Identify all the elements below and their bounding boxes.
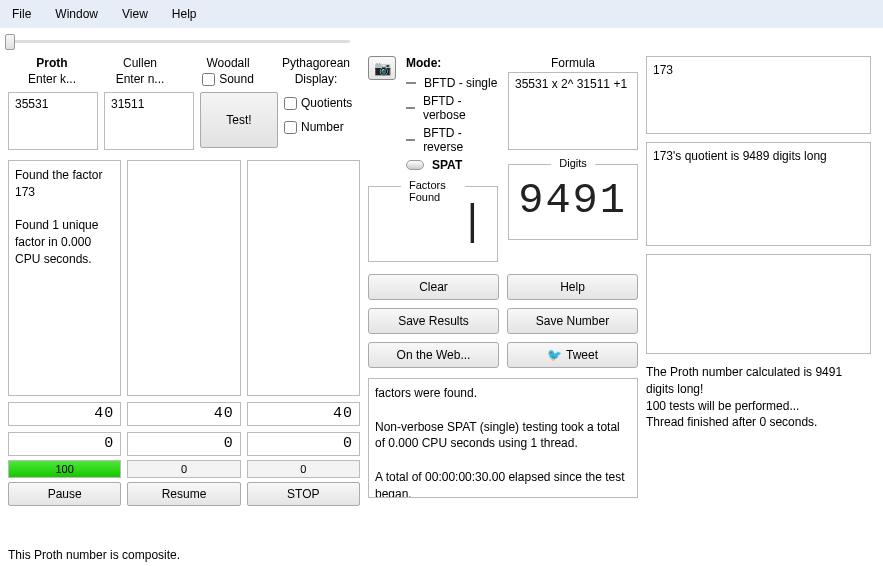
digits-frame: Digits 9491 [508,164,638,240]
spat-knob-icon[interactable] [406,160,424,170]
progress-3: 0 [247,460,360,478]
sound-label: Sound [219,72,254,86]
formula-label: Formula [508,56,638,70]
summary-text: The Proth number calculated is 9491 digi… [646,364,871,431]
progress-2: 0 [127,460,240,478]
menu-help[interactable]: Help [160,3,209,25]
tweet-label: Tweet [566,348,598,362]
progress-1: 100 [8,460,121,478]
menu-file[interactable]: File [0,3,43,25]
zero-3: 0 [247,432,360,456]
main-log[interactable]: factors were found. Non-verbose SPAT (si… [368,378,638,498]
stop-button[interactable]: STOP [247,482,360,506]
menu-window[interactable]: Window [43,3,110,25]
sound-checkbox[interactable] [202,73,215,86]
zero-1: 0 [8,432,121,456]
number-checkbox[interactable] [284,121,297,134]
number-label: Number [301,120,344,134]
factors-found-display: | [375,199,491,255]
label-enter-k: Enter k... [8,72,96,86]
factors-found-label: Factors Found [401,179,465,203]
right-blank-box [646,254,871,354]
menu-view[interactable]: View [110,3,160,25]
label-display: Display: [272,72,360,86]
col-woodall: Woodall [184,56,272,70]
pause-button[interactable]: Pause [8,482,121,506]
help-button[interactable]: Help [507,274,638,300]
menu-bar: File Window View Help [0,0,883,28]
save-results-button[interactable]: Save Results [368,308,499,334]
camera-icon[interactable]: 📷 [368,56,396,80]
mode-bftd-verbose[interactable]: BFTD - verbose [423,94,498,122]
k-input[interactable]: 35531 [8,92,98,150]
tweet-button[interactable]: 🐦Tweet [507,342,638,368]
mode-bftd-reverse[interactable]: BFTD - reverse [423,126,498,154]
col-cullen: Cullen [96,56,184,70]
log-box-3 [247,160,360,396]
mode-label: Mode: [406,56,498,70]
quotients-label: Quotients [301,96,352,110]
factors-found-frame: Factors Found | [368,186,498,262]
digits-display: 9491 [515,177,631,233]
twitter-icon: 🐦 [547,348,562,362]
clear-button[interactable]: Clear [368,274,499,300]
status-bar: This Proth number is composite. [0,544,883,566]
lcd-2: 40 [127,402,240,426]
digits-label: Digits [551,157,595,169]
log-box-2 [127,160,240,396]
n-input[interactable]: 31511 [104,92,194,150]
right-top-box: 173 [646,56,871,134]
quotients-checkbox[interactable] [284,97,297,110]
slider-thumb[interactable] [5,34,15,50]
save-number-button[interactable]: Save Number [507,308,638,334]
zero-2: 0 [127,432,240,456]
lcd-1: 40 [8,402,121,426]
label-enter-n: Enter n... [96,72,184,86]
on-web-button[interactable]: On the Web... [368,342,499,368]
col-pyth: Pythagorean [272,56,360,70]
resume-button[interactable]: Resume [127,482,240,506]
col-proth: Proth [8,56,96,70]
mode-spat[interactable]: SPAT [432,158,462,172]
test-button[interactable]: Test! [200,92,278,148]
formula-box: 35531 x 2^ 31511 +1 [508,72,638,150]
top-slider[interactable] [0,28,883,56]
quotient-box: 173's quotient is 9489 digits long [646,142,871,246]
lcd-3: 40 [247,402,360,426]
tick-icon [406,139,415,141]
tick-icon [406,82,416,84]
log-box-1: Found the factor 173 Found 1 unique fact… [8,160,121,396]
mode-bftd-single[interactable]: BFTD - single [424,76,497,90]
tick-icon [406,107,415,109]
